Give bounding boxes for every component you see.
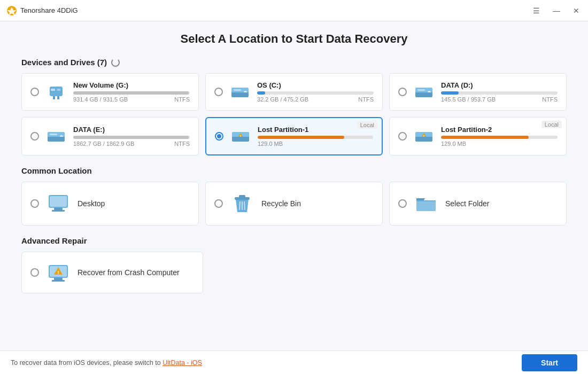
location-name: Select Folder	[445, 199, 489, 208]
drive-size: 129.0 MB	[441, 141, 466, 147]
repair-card[interactable]: ! Recover from Crash Computer	[21, 252, 203, 293]
common-section-label: Common Location	[21, 166, 567, 175]
close-button[interactable]: ✕	[571, 6, 582, 15]
drive-bar-fill	[73, 136, 189, 139]
svg-rect-3	[57, 96, 59, 99]
footer: To recover data from iOS devices, please…	[0, 350, 588, 374]
local-badge: Local	[357, 121, 377, 129]
drive-card[interactable]: DATA (E:)1862.7 GB / 1862.9 GBNTFS	[21, 117, 199, 155]
drive-info: Lost Partition-2129.0 MB	[441, 126, 558, 147]
svg-rect-33	[54, 208, 63, 210]
drive-usage-bar	[257, 91, 374, 95]
svg-rect-19	[50, 134, 57, 135]
location-icon	[230, 192, 254, 215]
drive-name: DATA (D:)	[441, 81, 558, 89]
drive-radio[interactable]	[398, 88, 407, 96]
drive-radio[interactable]	[30, 132, 39, 141]
location-grid: Desktop Recycle Bin Select Folder	[21, 182, 567, 225]
svg-rect-2	[53, 96, 55, 99]
svg-rect-14	[417, 89, 425, 91]
drive-name: Lost Partition-1	[258, 126, 373, 134]
drive-card[interactable]: ! Lost Partition-2129.0 MBLocal	[389, 117, 567, 155]
drive-fs: NTFS	[174, 96, 190, 103]
drive-usage-bar	[258, 136, 373, 139]
svg-rect-30	[415, 137, 432, 142]
location-icon	[47, 192, 70, 215]
drive-radio[interactable]	[214, 88, 223, 96]
svg-line-39	[244, 201, 245, 210]
drive-icon	[229, 81, 251, 103]
drive-usage-bar	[73, 91, 190, 95]
drive-usage-bar	[441, 136, 558, 139]
svg-text:!: !	[58, 270, 59, 275]
repair-name: Recover from Crash Computer	[78, 268, 180, 277]
drive-fs: NTFS	[542, 96, 558, 103]
location-name: Desktop	[78, 199, 105, 208]
svg-rect-43	[52, 280, 65, 282]
svg-rect-10	[231, 92, 249, 97]
minimize-button[interactable]: —	[551, 6, 562, 15]
svg-rect-4	[51, 89, 55, 91]
drive-radio[interactable]	[398, 132, 407, 141]
drive-name: New Volume (G:)	[73, 81, 190, 89]
drive-meta: 931.4 GB / 931.5 GBNTFS	[73, 96, 190, 103]
drive-bar-fill	[441, 91, 459, 95]
drive-info: DATA (D:)145.5 GB / 953.7 GBNTFS	[441, 81, 558, 103]
menu-button[interactable]: ☰	[531, 6, 542, 15]
drive-bar-fill	[257, 91, 265, 95]
drive-radio[interactable]	[215, 132, 223, 141]
drive-meta: 1862.7 GB / 1862.9 GBNTFS	[73, 141, 190, 147]
repair-area: ! Recover from Crash Computer	[21, 252, 567, 293]
refresh-icon[interactable]	[111, 58, 120, 67]
svg-rect-32	[50, 196, 67, 207]
drive-fs: NTFS	[358, 96, 374, 103]
drive-meta: 129.0 MB	[441, 141, 558, 147]
drive-card[interactable]: OS (C:)32.2 GB / 475.2 GBNTFS	[205, 73, 383, 111]
page-title: Select A Location to Start Data Recovery	[21, 32, 567, 46]
location-radio[interactable]	[398, 199, 407, 208]
location-radio[interactable]	[214, 199, 223, 208]
location-card[interactable]: Desktop	[21, 182, 199, 225]
drive-card[interactable]: ! Lost Partition-1129.0 MBLocal	[205, 117, 383, 155]
start-button[interactable]: Start	[522, 354, 577, 371]
drive-size: 129.0 MB	[258, 141, 283, 147]
drive-info: DATA (E:)1862.7 GB / 1862.9 GBNTFS	[73, 126, 190, 147]
drive-usage-bar	[73, 136, 190, 139]
advanced-section-label: Advanced Repair	[21, 236, 567, 245]
drive-icon: !	[230, 126, 251, 147]
location-card[interactable]: Select Folder	[389, 182, 567, 225]
titlebar: Tenorshare 4DDiG ☰ — ✕	[0, 0, 588, 21]
svg-rect-34	[52, 210, 65, 212]
drive-size: 1862.7 GB / 1862.9 GB	[73, 141, 134, 147]
location-card[interactable]: Recycle Bin	[205, 182, 383, 225]
drive-card[interactable]: DATA (D:)145.5 GB / 953.7 GBNTFS	[389, 73, 567, 111]
repair-radio[interactable]	[30, 268, 39, 277]
svg-rect-5	[57, 89, 60, 91]
drive-size: 32.2 GB / 475.2 GB	[257, 96, 308, 103]
drive-name: DATA (E:)	[73, 126, 190, 134]
drive-bar-fill	[258, 136, 344, 139]
window-controls: ☰ — ✕	[531, 6, 582, 15]
svg-rect-36	[239, 195, 245, 198]
location-name: Recycle Bin	[261, 199, 301, 208]
drive-info: OS (C:)32.2 GB / 475.2 GBNTFS	[257, 81, 374, 103]
ultdata-link[interactable]: UltData - iOS	[163, 359, 202, 367]
location-icon	[414, 192, 438, 215]
svg-rect-25	[232, 137, 249, 142]
drive-icon	[45, 81, 67, 103]
svg-rect-9	[234, 89, 241, 91]
drive-bar-fill	[441, 136, 529, 139]
svg-rect-42	[54, 278, 63, 280]
drive-meta: 32.2 GB / 475.2 GBNTFS	[257, 96, 374, 103]
drive-fs: NTFS	[174, 141, 190, 147]
drive-info: Lost Partition-1129.0 MB	[258, 126, 373, 147]
drive-card[interactable]: New Volume (G:)931.4 GB / 931.5 GBNTFS	[21, 73, 199, 111]
svg-rect-1	[50, 87, 63, 96]
drive-meta: 145.5 GB / 953.7 GBNTFS	[441, 96, 558, 103]
location-radio[interactable]	[30, 199, 39, 208]
repair-icon: !	[47, 261, 70, 284]
svg-rect-20	[48, 137, 65, 142]
drives-grid: New Volume (G:)931.4 GB / 931.5 GBNTFS O…	[21, 73, 567, 155]
drive-radio[interactable]	[30, 88, 39, 96]
drive-meta: 129.0 MB	[258, 141, 373, 147]
